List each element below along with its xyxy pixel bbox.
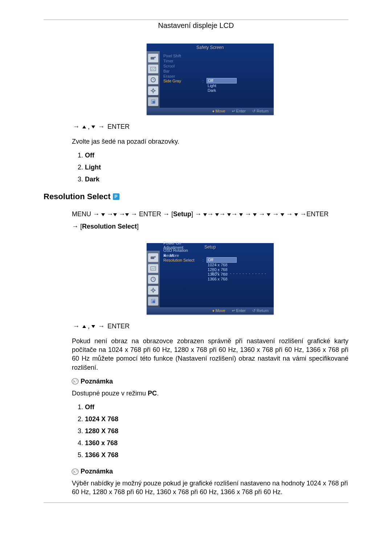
list-item: Light [85,164,348,171]
osd-item: Pixel Shift [163,54,200,58]
osd-foot-move: ♦ Move [212,308,225,313]
note-heading: Poznámka [71,378,348,385]
osd-tab-setup-icon [148,286,159,295]
osd-option: 1024 x 768 [207,263,236,267]
osd-option: Off [207,78,237,83]
list-item: 1280 X 768 [85,427,348,435]
menu-path-token: MENU [72,210,91,218]
list-item: 1366 X 768 [85,451,348,459]
page-title: Nastavení displeje LCD [44,20,348,33]
osd-option: Light [207,83,236,88]
osd-tab-input-icon [148,253,159,262]
osd-tab-strip [147,251,160,307]
osd-foot-enter: ↵ Enter [232,109,246,114]
osd-item: Timer [163,59,200,63]
menu-path-setup: Setup [173,210,191,218]
resolution-description: Pokud není obraz na obrazovce zobrazen s… [72,337,348,372]
divider-bottom [44,502,348,503]
menu-path-token: ENTER [306,210,328,218]
osd-item: OSD Rotation [163,248,200,253]
sidegray-description: Zvolte jas šedé na pozadí obrazovky. [72,137,348,146]
osd-option-list: Off Light Dark [207,78,237,93]
down-arrow-icon [91,325,95,328]
osd-title: Safety Screen [147,44,274,51]
osd-item-selected: Resolution Select [163,258,200,262]
note-icon [71,378,79,385]
list-item: 1024 X 768 [85,415,348,423]
list-item: 1360 x 768 [85,439,348,447]
list-item: Off [85,403,348,411]
osd-item: Bar [163,69,200,73]
osd-tab-multi-icon [148,296,159,306]
pc-mode-badge-icon: P [113,193,119,200]
osd-tab-multi-icon [148,97,159,106]
enter-label: ENTER [107,323,130,330]
osd-footer: ♦ Move ↵ Enter ↺ Return [147,108,274,115]
svg-rect-13 [151,257,154,259]
osd-setup: Setup More Resolution Select : [72,243,348,315]
osd-item: Reset [163,253,200,258]
enter-label: ENTER [107,123,130,130]
osd-tab-picture-icon [148,64,159,74]
content-block-2: MENU → → → → ENTER → [Setup] → → → → → →… [72,208,348,496]
osd-menu: Pixel Shift Timer Scrool Bar Eraser Side… [160,51,274,108]
osd-tab-picture-icon [148,264,159,273]
svg-point-27 [72,469,78,475]
nav-hint: → , → ENTER [72,323,348,330]
osd-item: Scrool [163,64,200,68]
svg-rect-12 [152,101,155,103]
osd-tab-input-icon [148,53,159,63]
osd-menu: More Resolution Select : Off 1024 x 768 … [160,251,274,307]
svg-point-1 [154,57,156,58]
up-arrow-icon [82,325,86,328]
osd-tab-time-icon [148,75,159,85]
svg-point-19 [152,289,154,291]
osd-foot-return: ↺ Return [252,308,269,313]
svg-point-14 [154,256,156,258]
menu-path-token: ENTER [139,210,161,218]
section-heading: Resolution Select P [44,192,348,201]
svg-rect-0 [151,57,154,59]
osd-item-selected: Side Gray [163,79,200,83]
sidegray-option-list: Off Light Dark [78,152,348,183]
note-text-2: Výběr nabídky je možný pouze pokud je gr… [72,479,348,497]
list-item: Off [85,152,348,159]
osd-tab-setup-icon [148,86,159,95]
osd-footer: ♦ Move ↵ Enter ↺ Return [147,307,274,315]
up-arrow-icon [82,126,86,128]
note-text: Dostupné pouze v režimu PC. [72,389,348,398]
down-arrow-icon [91,126,95,128]
osd-option-list: Off 1024 x 768 1280 x 768 1360 x 768 136… [207,257,237,282]
osd-foot-return: ↺ Return [252,109,269,114]
note-label: Poznámka [81,378,113,385]
osd-option: Off [207,257,237,263]
page: Nastavení displeje LCD Safety Screen Pix… [0,0,392,554]
svg-point-6 [152,90,154,92]
svg-rect-25 [152,300,155,303]
svg-rect-15 [151,267,156,270]
menu-path: MENU → → → → ENTER → [Setup] → → → → → →… [72,208,348,233]
osd-safety-screen: Safety Screen Pixel Shift Timer Scrool B… [72,44,348,115]
svg-rect-2 [151,67,156,71]
nav-hint: → , → ENTER [72,123,348,131]
osd-option: 1366 x 768 [207,277,236,282]
osd-foot-move: ♦ Move [212,109,225,114]
section-title: Resolution Select [44,192,111,201]
osd-panel: Setup More Resolution Select : [147,243,274,315]
osd-foot-enter: ↵ Enter [232,308,246,313]
osd-option: Dark [207,88,236,93]
osd-item: Eraser [163,74,200,78]
svg-point-26 [72,378,78,384]
list-item: Dark [85,176,348,183]
resolution-option-list: Off 1024 X 768 1280 X 768 1360 x 768 136… [78,403,348,459]
osd-panel: Safety Screen Pixel Shift Timer Scrool B… [147,44,274,115]
menu-path-resolution: Resolution Select [82,223,137,230]
osd-tab-strip [147,51,160,108]
osd-tab-time-icon [148,275,159,284]
note-icon [71,468,79,475]
note-label: Poznámka [81,468,113,475]
note-heading: Poznámka [71,468,348,475]
content-block: Safety Screen Pixel Shift Timer Scrool B… [72,44,348,183]
